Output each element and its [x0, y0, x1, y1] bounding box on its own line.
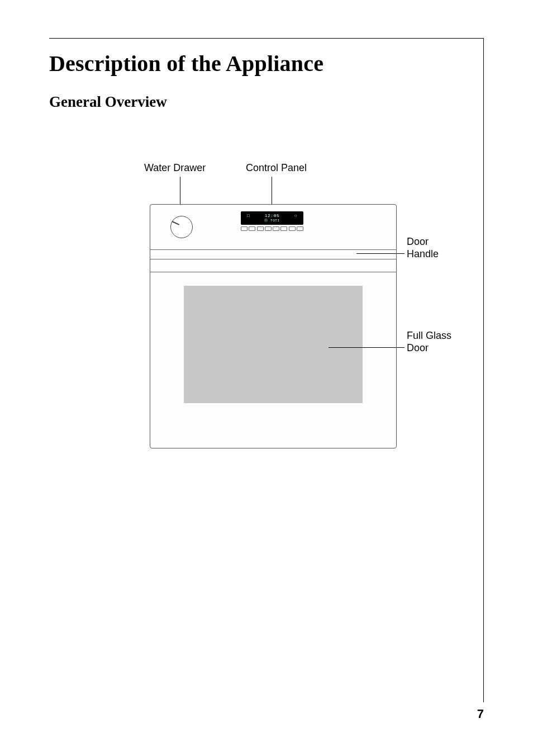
callout-door-handle-line	[356, 253, 404, 254]
panel-button-8	[297, 226, 303, 231]
panel-button-3	[257, 226, 264, 231]
oven-display-icon: □ 12:05 ○ Ⓐ TOTI	[241, 211, 303, 225]
page: Description of the Appliance General Ove…	[0, 0, 533, 756]
display-left-icon: □	[247, 213, 250, 218]
water-drawer-knob-icon	[170, 216, 193, 238]
control-panel-unit: □ 12:05 ○ Ⓐ TOTI	[241, 211, 304, 231]
display-row1: □ 12:05 ○	[241, 214, 303, 218]
panel-button-4	[265, 226, 272, 231]
content-area: Description of the Appliance General Ove…	[49, 45, 477, 127]
frame-top-border	[49, 38, 484, 39]
panel-button-2	[249, 226, 255, 231]
label-full-glass-door: Full Glass Door	[407, 330, 457, 354]
section-title: General Overview	[49, 93, 477, 111]
label-control-panel: Control Panel	[246, 162, 307, 174]
page-title: Description of the Appliance	[49, 50, 477, 77]
callout-control-panel-line	[272, 177, 272, 206]
callout-full-glass-door-line	[329, 347, 404, 348]
page-number: 7	[477, 707, 484, 721]
appliance-body: □ 12:05 ○ Ⓐ TOTI	[150, 204, 397, 448]
divider-line-2	[150, 259, 396, 259]
control-panel-buttons	[241, 226, 303, 231]
display-time: 12:05	[265, 213, 280, 218]
full-glass-door-icon	[184, 286, 363, 403]
label-water-drawer: Water Drawer	[144, 162, 206, 174]
divider-line-1	[150, 249, 396, 250]
panel-button-7	[289, 226, 296, 231]
panel-button-1	[241, 226, 248, 231]
panel-button-5	[273, 226, 279, 231]
label-door-handle: Door Handle	[407, 236, 457, 260]
panel-button-6	[280, 226, 287, 231]
appliance-diagram: Water Drawer Control Panel □ 12:05	[150, 162, 513, 459]
display-row2: Ⓐ TOTI	[241, 219, 303, 223]
divider-line-3	[150, 272, 396, 272]
display-right-icon: ○	[294, 213, 297, 218]
